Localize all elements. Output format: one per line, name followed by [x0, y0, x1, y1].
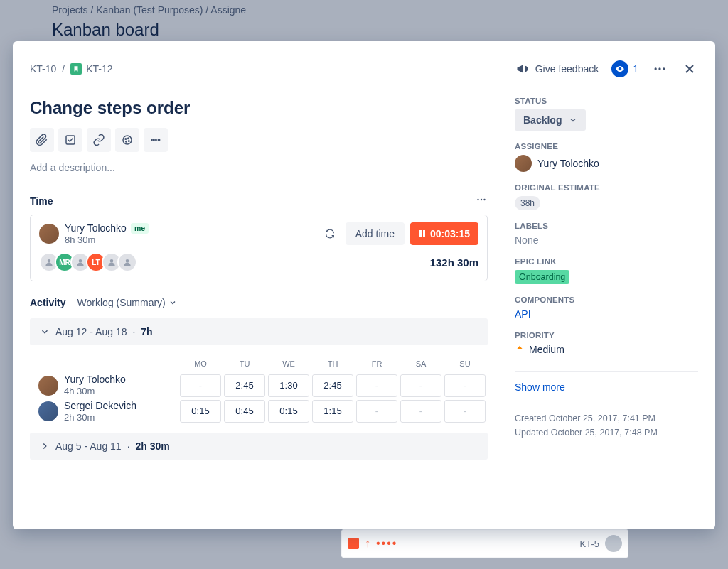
avatar	[39, 224, 59, 244]
story-icon	[70, 63, 82, 75]
svg-point-9	[151, 139, 153, 141]
components-label: COMPONENTS	[515, 296, 698, 304]
time-cell[interactable]: -	[356, 374, 397, 397]
subtask-button[interactable]	[58, 128, 82, 152]
issue-header: KT-10 / KT-12 Give feedback 1	[13, 41, 715, 82]
avatar-stack[interactable]: MR LT	[39, 252, 133, 272]
time-cell[interactable]: 0:15	[180, 400, 221, 423]
epic-link[interactable]: Onboarding	[515, 270, 569, 284]
divider	[515, 371, 698, 372]
watchers-button[interactable]: 1	[611, 60, 638, 77]
add-time-button[interactable]: Add time	[346, 222, 405, 245]
labels-value[interactable]: None	[515, 234, 698, 246]
week-block: Aug 5 - Aug 11 · 2h 30m	[30, 433, 488, 460]
description-placeholder[interactable]: Add a description...	[30, 162, 488, 173]
link-button[interactable]	[87, 128, 111, 152]
show-more-link[interactable]: Show more	[515, 381, 565, 393]
issue-toolbar	[30, 128, 488, 152]
worklog-person: Sergei Dekevich 2h 30m	[38, 400, 177, 423]
time-cell[interactable]: 0:15	[268, 400, 309, 423]
activity-view-dropdown[interactable]: Worklog (Summary)	[77, 297, 177, 308]
time-cell[interactable]: 1:30	[268, 374, 309, 397]
week-hours: 7h	[141, 326, 152, 337]
issue-modal: KT-10 / KT-12 Give feedback 1	[13, 41, 715, 529]
day-header: SU	[444, 357, 486, 371]
refresh-icon	[324, 228, 336, 239]
pause-icon	[419, 230, 426, 237]
svg-point-11	[158, 139, 159, 141]
breadcrumb-parent[interactable]: KT-10	[30, 63, 56, 75]
week-hours: 2h 30m	[136, 440, 170, 452]
svg-point-12	[477, 199, 478, 200]
svg-point-1	[658, 67, 660, 70]
estimate-label: ORIGINAL ESTIMATE	[515, 183, 698, 192]
time-cell[interactable]: 2:45	[224, 374, 265, 397]
eye-icon	[611, 60, 628, 77]
megaphone-icon	[515, 62, 530, 76]
time-cell[interactable]: 1:15	[312, 400, 353, 423]
week-toggle[interactable]: Aug 5 - Aug 11 · 2h 30m	[30, 433, 488, 460]
time-cell[interactable]: -	[400, 400, 441, 423]
issue-title[interactable]: Change steps order	[30, 98, 488, 118]
svg-point-14	[483, 199, 485, 200]
activity-title: Activity	[30, 297, 66, 308]
component-link[interactable]: API	[515, 308, 531, 320]
more-actions-button[interactable]	[651, 60, 668, 77]
estimate-pill[interactable]: 38h	[515, 196, 540, 210]
avatar	[117, 252, 137, 272]
status-dropdown[interactable]: Backlog	[515, 109, 586, 131]
give-feedback-button[interactable]: Give feedback	[515, 62, 599, 76]
avatar	[605, 535, 622, 552]
day-header: TU	[224, 357, 265, 371]
attach-button[interactable]	[30, 128, 54, 152]
avatar	[515, 155, 532, 172]
svg-rect-15	[419, 230, 422, 237]
me-badge: me	[131, 223, 149, 234]
svg-point-18	[79, 259, 82, 263]
status-label: STATUS	[515, 97, 698, 105]
chevron-right-icon	[40, 441, 50, 451]
timer-button[interactable]: 00:03:15	[410, 222, 478, 245]
cookie-icon	[121, 134, 134, 146]
time-cell[interactable]: -	[400, 374, 441, 397]
current-user-name: Yury Tolochko	[65, 222, 127, 234]
backdrop-card: ↑ •••• KT-5	[341, 529, 628, 558]
breadcrumb-issue-key[interactable]: KT-12	[86, 63, 112, 75]
priority-up-icon: ↑	[365, 537, 370, 550]
day-header: SA	[400, 357, 441, 371]
week-range: Aug 12 - Aug 18	[55, 326, 127, 337]
worklog-grid: MO TU WE TH FR SA SU Yury Tolochko 4h 30…	[30, 351, 488, 433]
svg-point-6	[128, 138, 129, 139]
epic-dots-icon: ••••	[376, 537, 397, 550]
total-time: 132h 30m	[430, 256, 478, 269]
toolbar-more-button[interactable]	[144, 128, 168, 152]
ellipsis-icon	[149, 134, 162, 146]
time-section-more-button[interactable]	[475, 193, 488, 209]
svg-point-13	[481, 199, 482, 200]
svg-point-17	[48, 259, 51, 263]
time-cell[interactable]: -	[180, 374, 221, 397]
issue-side-column: STATUS Backlog ASSIGNEE Yury Tolochko OR…	[509, 41, 715, 529]
time-cell[interactable]: -	[444, 400, 486, 423]
time-cell[interactable]: -	[356, 400, 397, 423]
priority-field[interactable]: Medium	[515, 344, 698, 355]
chevron-down-icon	[168, 298, 177, 307]
week-range: Aug 5 - Aug 11	[55, 440, 122, 452]
zeplin-button[interactable]	[115, 128, 139, 152]
week-toggle[interactable]: Aug 12 - Aug 18 · 7h	[30, 318, 488, 345]
svg-rect-3	[66, 136, 75, 144]
refresh-button[interactable]	[320, 224, 340, 244]
day-header: WE	[268, 357, 309, 371]
chevron-down-icon	[569, 116, 577, 124]
assignee-name: Yury Tolochko	[537, 158, 599, 169]
time-cell[interactable]: 0:45	[224, 400, 265, 423]
close-button[interactable]	[681, 60, 698, 77]
svg-point-4	[123, 136, 132, 144]
created-date: Created October 25, 2017, 7:41 PM	[515, 411, 698, 426]
time-cell[interactable]: -	[444, 374, 486, 397]
svg-rect-16	[423, 230, 425, 237]
day-header: FR	[356, 357, 397, 371]
ellipsis-icon	[475, 193, 488, 206]
time-cell[interactable]: 2:45	[312, 374, 353, 397]
assignee-field[interactable]: Yury Tolochko	[515, 155, 698, 172]
